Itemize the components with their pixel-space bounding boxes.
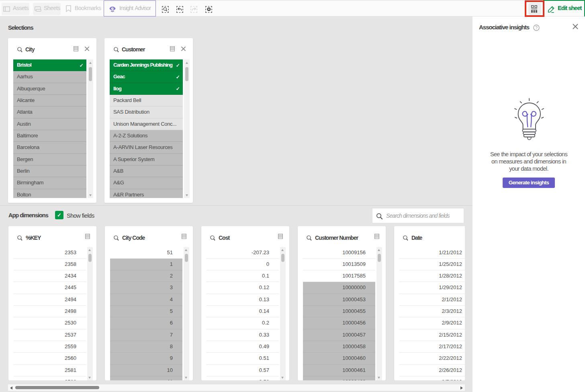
svg-text:?: ? <box>535 26 538 30</box>
